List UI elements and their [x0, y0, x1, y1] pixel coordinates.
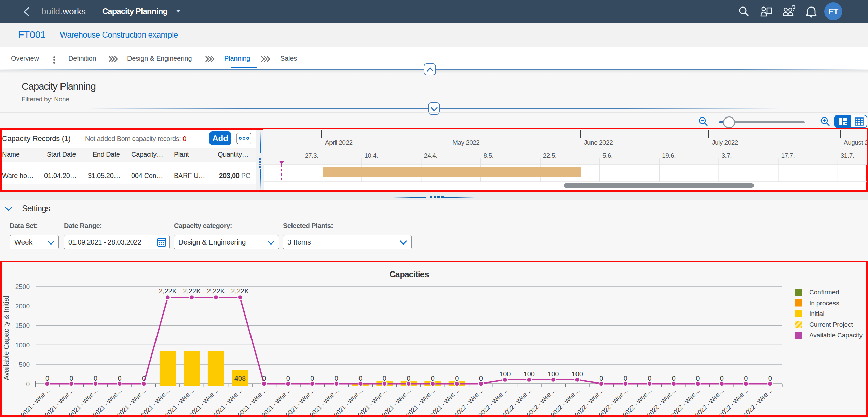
svg-text:August 2…: August 2…: [844, 139, 867, 146]
svg-text:Capacities: Capacities: [389, 269, 429, 279]
svg-text:0: 0: [142, 375, 146, 382]
svg-text:8.5.: 8.5.: [484, 152, 494, 159]
svg-text:0: 0: [286, 375, 290, 382]
svg-text:0: 0: [310, 375, 314, 382]
svg-text:2,22K: 2,22K: [207, 287, 225, 295]
svg-text:24.4.: 24.4.: [424, 152, 437, 159]
svg-text:0: 0: [383, 375, 386, 382]
svg-text:100: 100: [524, 370, 535, 378]
svg-text:Initial: Initial: [809, 310, 824, 317]
svg-text:100: 100: [572, 370, 583, 378]
svg-text:5.6.: 5.6.: [602, 152, 613, 159]
svg-text:22.5.: 22.5.: [543, 152, 557, 159]
svg-text:0: 0: [768, 375, 772, 382]
svg-text:408: 408: [234, 375, 246, 382]
svg-text:June 2022: June 2022: [584, 139, 613, 146]
svg-text:0: 0: [262, 375, 266, 382]
svg-text:0: 0: [720, 375, 724, 382]
svg-text:In process: In process: [809, 299, 839, 307]
svg-text:10.4.: 10.4.: [364, 152, 378, 159]
svg-text:2000: 2000: [15, 303, 30, 310]
svg-text:0: 0: [431, 375, 435, 382]
svg-text:Current Project: Current Project: [809, 321, 853, 328]
svg-text:1500: 1500: [15, 322, 30, 329]
svg-text:100: 100: [547, 370, 559, 378]
svg-text:0: 0: [45, 375, 49, 382]
svg-text:27.3.: 27.3.: [305, 152, 318, 159]
svg-text:2,22K: 2,22K: [183, 287, 201, 295]
svg-text:0: 0: [118, 375, 121, 382]
svg-text:0: 0: [94, 375, 97, 382]
svg-text:2,22K: 2,22K: [159, 287, 177, 295]
svg-text:May 2022: May 2022: [452, 139, 479, 146]
svg-text:100: 100: [499, 370, 511, 378]
svg-text:31.7.: 31.7.: [841, 152, 854, 159]
svg-text:July 2022: July 2022: [712, 139, 738, 146]
svg-text:0: 0: [455, 375, 459, 382]
svg-text:Available Capacity: Available Capacity: [809, 332, 863, 339]
svg-text:500: 500: [19, 361, 30, 368]
svg-text:Available Capacity & Initial: Available Capacity & Initial: [2, 296, 10, 380]
svg-text:0: 0: [599, 375, 603, 382]
svg-text:0: 0: [335, 375, 338, 382]
svg-text:2,22K: 2,22K: [231, 287, 249, 295]
svg-text:0: 0: [672, 375, 676, 382]
svg-text:2500: 2500: [15, 283, 30, 290]
svg-text:17.7.: 17.7.: [781, 152, 795, 159]
svg-text:1000: 1000: [15, 342, 30, 349]
svg-text:0: 0: [69, 375, 73, 382]
svg-text:0: 0: [358, 375, 362, 382]
svg-text:3.7.: 3.7.: [721, 152, 732, 159]
svg-text:0: 0: [648, 375, 651, 382]
svg-text:0: 0: [26, 380, 30, 388]
svg-text:Confirmed: Confirmed: [809, 289, 839, 296]
svg-text:April 2022: April 2022: [325, 139, 353, 146]
svg-text:0: 0: [407, 375, 410, 382]
svg-text:19.6.: 19.6.: [662, 152, 676, 159]
svg-text:0: 0: [479, 375, 483, 382]
svg-text:0: 0: [696, 375, 700, 382]
svg-text:0: 0: [624, 375, 627, 382]
svg-text:0: 0: [744, 375, 748, 382]
